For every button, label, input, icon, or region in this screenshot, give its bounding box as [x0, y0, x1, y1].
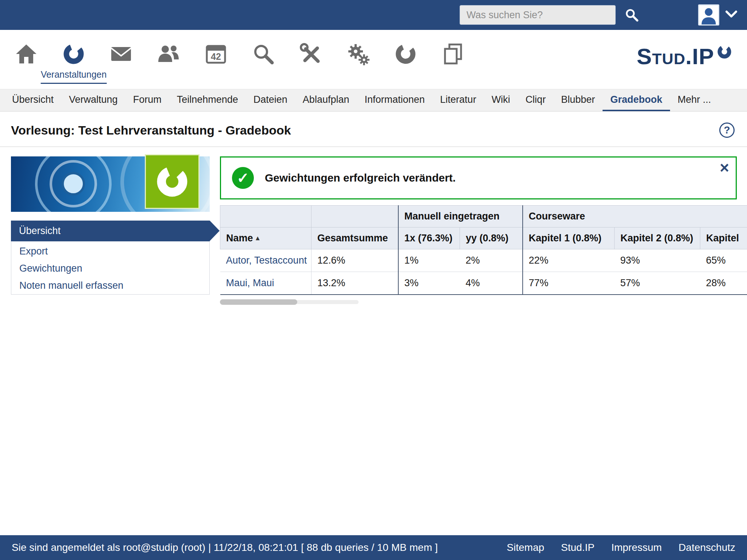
- studip-logo: Stud.IP: [636, 45, 732, 89]
- tab-dateien[interactable]: Dateien: [246, 89, 295, 111]
- home-icon: [15, 42, 38, 66]
- user-avatar-icon: [699, 5, 718, 24]
- cell-kapitel2: 93%: [615, 249, 700, 272]
- tools-icon: [299, 42, 322, 66]
- nav-veranstaltungen[interactable]: Veranstaltungen: [62, 42, 85, 66]
- nav-files[interactable]: [441, 42, 465, 66]
- nav-veranstaltungen-label: Veranstaltungen: [41, 69, 107, 84]
- sort-asc-icon: ▲: [255, 234, 261, 242]
- column-header-kapitel2[interactable]: Kapitel 2 (0.8%): [615, 228, 700, 249]
- veranstaltungen-icon: [62, 42, 85, 66]
- check-glyph: ✓: [237, 170, 249, 186]
- nav-messages[interactable]: [109, 42, 133, 66]
- footer-link-sitemap[interactable]: Sitemap: [507, 542, 544, 553]
- tab-literatur[interactable]: Literatur: [433, 89, 484, 111]
- main-header: Veranstaltungen 42: [0, 30, 747, 89]
- tab-mehr[interactable]: Mehr ...: [670, 89, 719, 111]
- community-icon: [157, 42, 180, 66]
- nav-admin[interactable]: [347, 42, 370, 66]
- nav-calendar[interactable]: 42: [204, 42, 228, 66]
- avatar[interactable]: [698, 4, 719, 26]
- column-header-kapitel3[interactable]: Kapitel: [700, 228, 747, 249]
- cell-gesamtsumme: 13.2%: [311, 272, 398, 295]
- sidebar-item-uebersicht[interactable]: Übersicht: [11, 221, 210, 241]
- tab-ablaufplan[interactable]: Ablaufplan: [295, 89, 357, 111]
- student-name-link[interactable]: Autor, Testaccount: [220, 249, 311, 272]
- sidebar-item-export[interactable]: Export: [11, 243, 209, 260]
- nav-home[interactable]: [15, 42, 38, 66]
- cell-kapitel1: 22%: [523, 249, 615, 272]
- nav-studip-portal[interactable]: [394, 42, 417, 66]
- column-header-name[interactable]: Name▲: [220, 228, 311, 249]
- group-header-row: Manuell eingetragen Courseware: [220, 206, 747, 228]
- sidebar-nav: Übersicht Export Gewichtungen Noten manu…: [11, 221, 210, 295]
- table-row: Autor, Testaccount 12.6% 1% 2% 22% 93% 6…: [220, 249, 747, 272]
- footer-link-datenschutz[interactable]: Datenschutz: [678, 542, 735, 553]
- footer-status-text: Sie sind angemeldet als root@studip (roo…: [12, 542, 438, 553]
- mail-icon: [109, 42, 133, 66]
- main-column: ✓ Gewichtungen erfolgreich verändert. × …: [220, 156, 747, 305]
- group-header-empty-sum: [311, 206, 398, 228]
- calendar-day-number: 42: [211, 51, 221, 62]
- group-header-empty-name: [220, 206, 311, 228]
- sidebar-item-noten-manuell[interactable]: Noten manuell erfassen: [11, 277, 209, 294]
- cell-kapitel3: 65%: [700, 249, 747, 272]
- success-message-text: Gewichtungen erfolgreich verändert.: [265, 172, 456, 184]
- studip-logo-text: Stud.IP: [636, 45, 714, 68]
- nav-search[interactable]: [252, 42, 275, 66]
- student-name-link[interactable]: Maui, Maui: [220, 272, 311, 295]
- chevron-down-icon: [725, 10, 738, 19]
- footer-links: Sitemap Stud.IP Impressum Datenschutz: [507, 542, 735, 553]
- column-header-1x[interactable]: 1x (76.3%): [398, 228, 460, 249]
- search-icon: [624, 7, 639, 23]
- tab-teilnehmende[interactable]: Teilnehmende: [169, 89, 246, 111]
- nav-community[interactable]: [157, 42, 180, 66]
- column-header-gesamtsumme[interactable]: Gesamtsumme: [311, 228, 398, 249]
- page-title: Vorlesung: Test Lehrveranstaltung - Grad…: [11, 123, 291, 137]
- course-tab-bar: Übersicht Verwaltung Forum Teilnehmende …: [0, 89, 747, 112]
- footer: Sie sind angemeldet als root@studip (roo…: [0, 535, 747, 560]
- search-submit-button[interactable]: [623, 6, 640, 24]
- sidebar-item-gewichtungen[interactable]: Gewichtungen: [11, 260, 209, 277]
- column-header-row: Name▲ Gesamtsumme 1x (76.3%) yy (0.8%) K…: [220, 228, 747, 249]
- studip-swirl-icon: [394, 42, 417, 66]
- success-check-icon: ✓: [232, 167, 254, 189]
- user-menu-chevron[interactable]: [725, 10, 738, 20]
- success-message: ✓ Gewichtungen erfolgreich verändert. ×: [220, 156, 737, 199]
- tab-uebersicht[interactable]: Übersicht: [4, 89, 61, 111]
- search-icon: [252, 42, 275, 66]
- footer-link-impressum[interactable]: Impressum: [611, 542, 662, 553]
- horizontal-scrollbar: [220, 299, 736, 305]
- help-button[interactable]: ?: [719, 122, 735, 138]
- cell-1x: 1%: [398, 249, 460, 272]
- cell-yy: 4%: [460, 272, 523, 295]
- tab-blubber[interactable]: Blubber: [553, 89, 603, 111]
- footer-link-studip[interactable]: Stud.IP: [561, 542, 595, 553]
- files-icon: [441, 42, 465, 66]
- tab-wiki[interactable]: Wiki: [484, 89, 518, 111]
- studip-logo-swirl-icon: [716, 44, 732, 60]
- tab-gradebook[interactable]: Gradebook: [603, 89, 670, 111]
- nav-tools[interactable]: [299, 42, 322, 66]
- table-row: Maui, Maui 13.2% 3% 4% 77% 57% 28%: [220, 272, 747, 295]
- content-area: Übersicht Export Gewichtungen Noten manu…: [0, 147, 747, 305]
- topbar: [0, 0, 747, 30]
- group-header-courseware: Courseware: [523, 206, 747, 228]
- gradebook-table-viewport: Manuell eingetragen Courseware Name▲ Ges…: [220, 205, 747, 295]
- tab-forum[interactable]: Forum: [125, 89, 169, 111]
- courseware-icon: [145, 154, 200, 209]
- close-icon[interactable]: ×: [720, 160, 729, 176]
- column-header-yy[interactable]: yy (0.8%): [460, 228, 523, 249]
- cell-1x: 3%: [398, 272, 460, 295]
- group-header-manual: Manuell eingetragen: [398, 206, 523, 228]
- cell-yy: 2%: [460, 249, 523, 272]
- tab-cliqr[interactable]: Cliqr: [518, 89, 554, 111]
- scrollbar-thumb[interactable]: [220, 299, 297, 305]
- tab-verwaltung[interactable]: Verwaltung: [61, 89, 125, 111]
- gradebook-table: Manuell eingetragen Courseware Name▲ Ges…: [220, 205, 747, 295]
- cell-kapitel1: 77%: [523, 272, 615, 295]
- help-question-mark: ?: [724, 124, 730, 136]
- tab-informationen[interactable]: Informationen: [357, 89, 432, 111]
- column-header-kapitel1[interactable]: Kapitel 1 (0.8%): [523, 228, 615, 249]
- global-search-input[interactable]: [460, 5, 616, 25]
